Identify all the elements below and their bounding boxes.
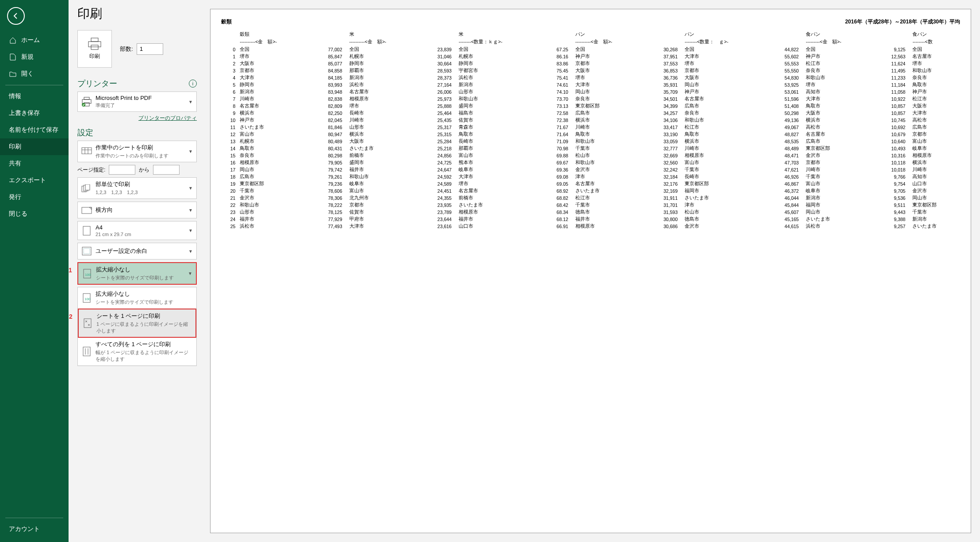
collate-sub: 1,2,3 1,2,3 1,2,3 <box>96 189 185 196</box>
nav-home[interactable]: ホーム <box>0 32 69 49</box>
back-button[interactable] <box>7 7 25 25</box>
nav-export[interactable]: エクスポート <box>0 172 69 189</box>
table-row: 3京都市84,858那覇市28,593宇都宮市75.45大阪市36,853京都市… <box>221 67 960 74</box>
scaling-selector[interactable]: 100 拡大縮小なしシートを実際のサイズで印刷します ▼ <box>77 262 197 285</box>
nav-close-label: 閉じる <box>9 210 27 218</box>
svg-rect-17 <box>84 248 90 254</box>
nav-open[interactable]: 開く <box>0 65 69 82</box>
paper-sub: 21 cm x 29.7 cm <box>96 232 185 237</box>
table-row: 0全国77,002全国23,839全国67.25全国30,268全国44,822… <box>221 46 960 53</box>
table-row: 7川崎市82,838相模原市25,973和歌山市73.70奈良市34,501名古… <box>221 95 960 103</box>
svg-text:100: 100 <box>85 273 91 277</box>
table-row: 14鳥取市80,431さいたま市25,218那覇市70.98千葉市32,777川… <box>221 145 960 152</box>
nav-save-label: 上書き保存 <box>9 109 40 117</box>
page-range-label: ページ指定: <box>77 166 105 174</box>
sheets-icon <box>81 146 92 157</box>
copies-input[interactable] <box>137 43 163 55</box>
landscape-icon <box>81 205 92 215</box>
table-row: 18広島市79,261和歌山市24,592大津市69.08津市32,184長崎市… <box>221 173 960 180</box>
back-arrow-icon <box>12 12 20 20</box>
chevron-down-icon: ▼ <box>188 149 193 154</box>
home-icon <box>9 36 17 44</box>
print-what-title: 作業中のシートを印刷 <box>96 144 185 152</box>
table-row: 5静岡市83,993浜松市27,164新潟市74.61大津市35,931岡山市5… <box>221 81 960 88</box>
nav-new[interactable]: 新規 <box>0 49 69 65</box>
nav-share[interactable]: 共有 <box>0 155 69 172</box>
scaling-option-fit-cols[interactable]: すべての列を 1 ページに印刷幅が 1 ページに収まるように印刷イメージを縮小し… <box>78 338 196 366</box>
table-row: 11さいたま市81,846山形市25,317青森市71.67川崎市33,417松… <box>221 124 960 131</box>
sheet-title-left: 穀類 <box>221 18 232 26</box>
scaling-dropdown-popup: 100 拡大縮小なしシートを実際のサイズで印刷します 2 シートを 1 ページに… <box>77 287 197 366</box>
table-row: 4大津市84,185新潟市28,373浜松市75.41堺市36,736大阪市54… <box>221 74 960 81</box>
svg-rect-3 <box>84 97 89 99</box>
table-row: 23山形市78,125佐賀市23,789相模原市68.34徳島市31,593松山… <box>221 209 960 216</box>
table-row: 21金沢市78,306北九州市24,355前橋市68.82松江市31,911さい… <box>221 195 960 202</box>
nav-export-label: エクスポート <box>9 176 46 184</box>
collate-selector[interactable]: 部単位で印刷1,2,3 1,2,3 1,2,3 ▼ <box>77 177 197 199</box>
table-row: 9横浜市82,250長崎市25,464福島市72.58広島市34,257奈良市5… <box>221 110 960 117</box>
table-row: 22和歌山市78,222京都市23,935さいたま市68.42千葉市31,701… <box>221 202 960 209</box>
new-icon <box>9 53 17 61</box>
paper-size-selector[interactable]: A421 cm x 29.7 cm ▼ <box>77 221 197 240</box>
table-row: 6新潟市83,948名古屋市26,006山形市74.10岡山市35,709神戸市… <box>221 88 960 95</box>
scaling-option-fit-sheet[interactable]: シートを 1 ページに印刷1 ページに収まるように印刷イメージを縮小します <box>78 309 196 338</box>
svg-rect-23 <box>83 347 90 356</box>
print-preview: 穀類 2016年（平成28年）～2018年（平成30年）平均 穀類米米パンパン食… <box>206 0 980 542</box>
scaling-option-none[interactable]: 100 拡大縮小なしシートを実際のサイズで印刷します <box>78 287 196 309</box>
print-button[interactable]: 印刷 <box>77 30 112 68</box>
collate-title: 部単位で印刷 <box>96 180 185 188</box>
nav-separator <box>5 85 63 85</box>
nav-account-label: アカウント <box>9 525 40 533</box>
scaling-title: 拡大縮小なし <box>96 266 184 274</box>
scaling-fit-cols-sub: 幅が 1 ページに収まるように印刷イメージを縮小します <box>96 349 193 363</box>
paper-icon <box>81 225 92 236</box>
scaling-fit-sheet-title: シートを 1 ページに印刷 <box>96 312 192 320</box>
table-row: 16相模原市79,905盛岡市24,725熊本市69.67和歌山市32,560富… <box>221 159 960 166</box>
nav-share-label: 共有 <box>9 160 21 168</box>
nav-publish[interactable]: 発行 <box>0 189 69 206</box>
table-row: 15奈良市80,298前橋市24,856富山市69.88松山市32,669相模原… <box>221 152 960 159</box>
page-from-input[interactable] <box>109 165 135 175</box>
collate-icon <box>81 183 92 194</box>
nav-close[interactable]: 閉じる <box>0 206 69 222</box>
open-icon <box>9 70 17 78</box>
paper-title: A4 <box>96 224 185 231</box>
page-to-input[interactable] <box>153 165 180 175</box>
svg-rect-2 <box>91 45 98 50</box>
scaling-fit-sheet-sub: 1 ページに収まるように印刷イメージを縮小します <box>96 321 192 334</box>
scaling-sub: シートを実際のサイズで印刷します <box>96 275 184 281</box>
table-row: 10神戸市82,045川崎市25,435佐賀市72.38横浜市34,106和歌山… <box>221 117 960 124</box>
nav-info[interactable]: 情報 <box>0 88 69 105</box>
chevron-down-icon: ▼ <box>188 99 193 104</box>
table-row: 19東京都区部79,236岐阜市24,589堺市69.05名古屋市32,176東… <box>221 180 960 187</box>
printer-status-icon <box>81 96 92 107</box>
nav-print[interactable]: 印刷 <box>0 138 69 155</box>
printer-section-title: プリンター <box>77 78 117 89</box>
chevron-down-icon: ▼ <box>188 208 193 213</box>
print-button-label: 印刷 <box>89 53 100 60</box>
printer-properties-link[interactable]: プリンターのプロパティ <box>138 115 197 121</box>
info-icon[interactable]: i <box>189 80 197 88</box>
svg-rect-22 <box>84 319 91 328</box>
printer-selector[interactable]: Microsoft Print to PDF準備完了 ▼ <box>77 92 197 112</box>
nav-new-label: 新規 <box>21 53 34 61</box>
nav-open-label: 開く <box>21 70 34 78</box>
printer-status: 準備完了 <box>96 102 185 109</box>
scaling-fit-cols-title: すべての列を 1 ページに印刷 <box>96 340 193 348</box>
margins-selector[interactable]: ユーザー設定の余白 ▼ <box>77 243 197 260</box>
nav-publish-label: 発行 <box>9 193 21 201</box>
nav-saveas[interactable]: 名前を付けて保存 <box>0 122 69 138</box>
nav-account[interactable]: アカウント <box>0 521 69 538</box>
settings-section-title: 設定 <box>77 127 93 138</box>
margins-icon <box>81 246 92 256</box>
orientation-selector[interactable]: 横方向 ▼ <box>77 202 197 218</box>
svg-rect-0 <box>91 38 98 42</box>
print-what-selector[interactable]: 作業中のシートを印刷作業中のシートのみを印刷します ▼ <box>77 141 197 162</box>
page-range-to: から <box>139 166 149 174</box>
table-row: 24福井市77,929甲府市23,644福井市68.12福井市30,800徳島市… <box>221 216 960 223</box>
orientation-label: 横方向 <box>96 206 185 214</box>
chevron-down-icon: ▼ <box>188 249 193 254</box>
table-row: 1堺市85,847札幌市31,046札幌市86.16神戸市37,951大津市55… <box>221 53 960 60</box>
chevron-down-icon: ▼ <box>188 228 193 233</box>
nav-save[interactable]: 上書き保存 <box>0 105 69 122</box>
